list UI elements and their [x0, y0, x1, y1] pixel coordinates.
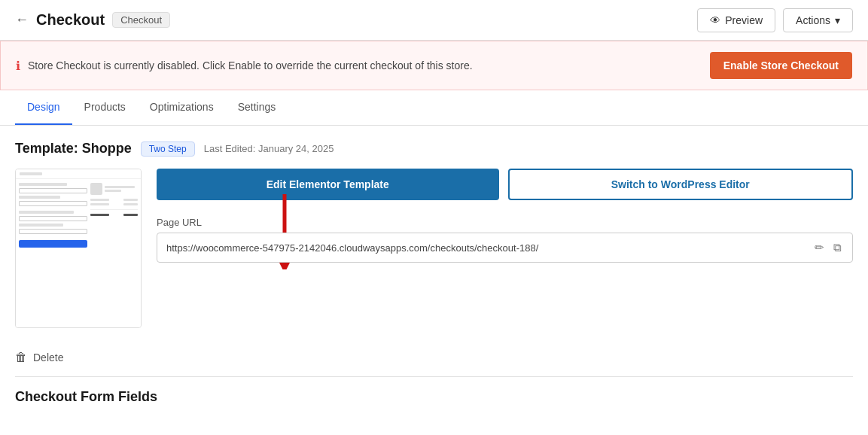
tab-settings[interactable]: Settings — [226, 90, 288, 125]
tab-design[interactable]: Design — [15, 90, 72, 125]
main-content: Template: Shoppe Two Step Last Edited: J… — [0, 126, 868, 420]
header-left: ← Checkout Checkout — [15, 11, 170, 29]
breadcrumb: Checkout — [112, 12, 170, 28]
tab-products[interactable]: Products — [72, 90, 138, 125]
preview-eye-icon: 👁 — [710, 14, 720, 26]
delete-row[interactable]: 🗑 Delete — [15, 351, 853, 364]
delete-label: Delete — [33, 351, 63, 364]
last-edited: Last Edited: January 24, 2025 — [204, 143, 334, 154]
switch-to-wordpress-editor-button[interactable]: Switch to WordPress Editor — [508, 169, 854, 200]
template-preview-thumbnail — [15, 169, 142, 328]
trash-icon: 🗑 — [15, 351, 27, 364]
tab-optimizations[interactable]: Optimizations — [138, 90, 226, 125]
back-icon: ← — [15, 12, 29, 28]
actions-label: Actions — [796, 14, 830, 26]
url-text: https://woocommerce-547975-2142046.cloud… — [166, 242, 807, 254]
page-title: Checkout — [36, 11, 105, 29]
actions-button[interactable]: Actions ▾ — [783, 8, 853, 32]
arrow-annotation: Page URL https://woocommerce-547975-2142… — [157, 209, 853, 269]
preview-button[interactable]: 👁 Preview — [697, 8, 775, 32]
page-url-label: Page URL — [157, 217, 853, 228]
template-area: Edit Elementor Template Switch to WordPr… — [15, 169, 853, 328]
header-right: 👁 Preview Actions ▾ — [697, 8, 853, 32]
template-title: Template: Shoppe — [15, 141, 132, 157]
edit-url-button[interactable]: ✏ — [813, 239, 826, 256]
template-right-col: Edit Elementor Template Switch to WordPr… — [157, 169, 853, 269]
two-step-badge: Two Step — [141, 141, 195, 157]
checkout-form-fields-title: Checkout Form Fields — [15, 389, 853, 405]
alert-info-icon: ℹ — [16, 59, 20, 73]
preview-mock — [16, 169, 141, 327]
alert-left: ℹ Store Checkout is currently disabled. … — [16, 59, 473, 73]
url-field: https://woocommerce-547975-2142046.cloud… — [157, 233, 853, 263]
page-url-section: Page URL https://woocommerce-547975-2142… — [157, 217, 853, 263]
chevron-down-icon: ▾ — [835, 14, 840, 26]
tabs-bar: Design Products Optimizations Settings — [0, 90, 868, 126]
template-header: Template: Shoppe Two Step Last Edited: J… — [15, 141, 853, 157]
back-button[interactable]: ← — [15, 12, 29, 28]
edit-pencil-icon: ✏ — [815, 241, 824, 254]
enable-store-checkout-button[interactable]: Enable Store Checkout — [710, 52, 852, 79]
divider — [15, 376, 853, 377]
copy-url-button[interactable]: ⧉ — [832, 239, 843, 256]
page-header: ← Checkout Checkout 👁 Preview Actions ▾ — [0, 0, 868, 41]
alert-text: Store Checkout is currently disabled. Cl… — [28, 59, 473, 71]
preview-label: Preview — [725, 14, 763, 26]
alert-banner: ℹ Store Checkout is currently disabled. … — [0, 41, 868, 90]
copy-icon: ⧉ — [833, 241, 842, 254]
edit-elementor-button[interactable]: Edit Elementor Template — [157, 169, 499, 200]
